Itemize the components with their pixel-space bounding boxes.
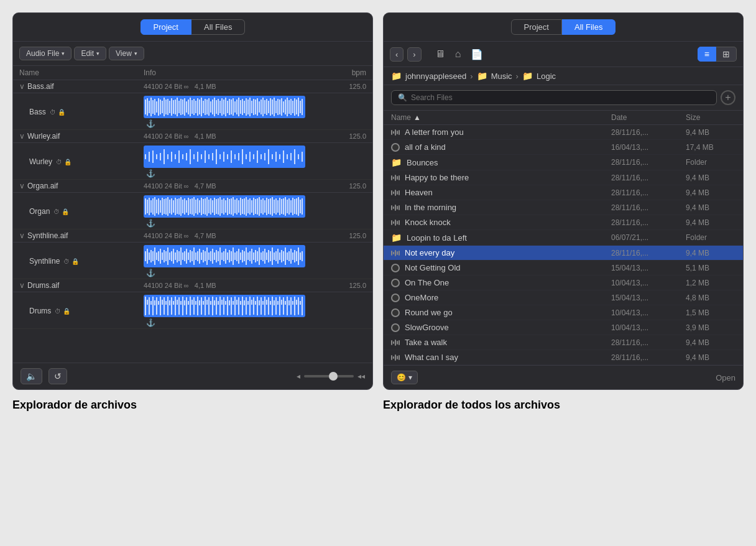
svg-rect-103	[212, 153, 213, 160]
file-name-cell: Heaven	[391, 188, 611, 197]
svg-rect-4	[152, 100, 154, 114]
file-row[interactable]: Knock knock 28/11/16,... 9,4 MB	[384, 215, 743, 230]
svg-rect-37	[214, 98, 215, 116]
audio-group-header-drums[interactable]: ∨ Drums.aif 44100 24 Bit ∞ 4,1 MB 125.0	[13, 279, 372, 292]
svg-rect-313	[173, 301, 174, 305]
svg-rect-158	[201, 198, 202, 215]
svg-rect-258	[229, 250, 230, 262]
grid-view-btn[interactable]: ⊞	[716, 47, 737, 62]
svg-rect-261	[234, 252, 236, 260]
svg-rect-27	[195, 101, 196, 113]
audio-item-synthline[interactable]: Synthline ⏱ 🔒	[13, 243, 372, 279]
file-row[interactable]: Take a walk 28/11/16,... 9,4 MB	[384, 335, 743, 350]
file-name: OneMore	[405, 293, 438, 302]
file-row[interactable]: What can I say 28/11/16,... 9,4 MB	[384, 350, 743, 365]
breadcrumb-user: johnnyappleseed	[405, 72, 466, 81]
file-row[interactable]: In the morning 28/11/16,... 9,4 MB	[384, 200, 743, 215]
svg-rect-335	[214, 300, 215, 305]
svg-rect-376	[290, 297, 292, 315]
emoji-button[interactable]: 😊 ▾	[391, 371, 418, 384]
list-view-btn[interactable]: ≡	[698, 47, 716, 62]
add-button[interactable]: +	[721, 90, 735, 105]
file-row[interactable]: 📁 Loopin to da Left 06/07/21,... Folder	[384, 230, 743, 246]
svg-rect-179	[240, 198, 241, 215]
svg-rect-279	[268, 250, 269, 262]
svg-rect-0	[145, 99, 146, 114]
open-button[interactable]: Open	[716, 373, 735, 382]
svg-rect-28	[197, 98, 198, 116]
edit-menu[interactable]: Edit ▾	[74, 47, 106, 60]
svg-rect-109	[234, 154, 236, 159]
right-allfiles-tab[interactable]: All Files	[562, 19, 616, 35]
volume-slider[interactable]	[304, 375, 354, 377]
svg-rect-168	[219, 197, 221, 216]
file-row[interactable]: Not Getting Old 15/04/13,... 5,1 MB	[384, 261, 743, 275]
audio-file-menu[interactable]: Audio File ▾	[19, 47, 71, 60]
wave-icon	[391, 204, 400, 211]
file-row[interactable]: On The One 10/04/13,... 1,2 MB	[384, 275, 743, 290]
monitor-icon-btn[interactable]: 🖥	[431, 47, 449, 62]
forward-button[interactable]: ›	[407, 47, 421, 62]
doc-icon-btn[interactable]: 📄	[467, 47, 487, 62]
file-row[interactable]: Heaven 28/11/16,... 9,4 MB	[384, 185, 743, 200]
wave-icon	[391, 174, 400, 182]
left-project-tab[interactable]: Project	[141, 19, 191, 35]
svg-rect-196	[272, 197, 273, 216]
file-row[interactable]: Happy to be there 28/11/16,... 9,4 MB	[384, 170, 743, 185]
file-row[interactable]: A letter from you 28/11/16,... 9,4 MB	[384, 125, 743, 140]
file-size: 1,2 MB	[686, 279, 735, 287]
svg-rect-148	[182, 200, 183, 213]
svg-rect-8	[160, 99, 161, 114]
audio-group-drums: ∨ Drums.aif 44100 24 Bit ∞ 4,1 MB 125.0 …	[13, 279, 372, 329]
view-menu[interactable]: View ▾	[109, 47, 144, 60]
svg-rect-343	[229, 300, 230, 305]
audio-group-header-organ[interactable]: ∨ Organ.aif 44100 24 Bit ∞ 4,7 MB 125.0	[13, 180, 372, 193]
file-row[interactable]: SlowGroove 10/04/13,... 3,9 MB	[384, 320, 743, 335]
file-row[interactable]: Not every day 28/11/16,... 9,4 MB	[384, 246, 743, 261]
svg-rect-290	[288, 251, 290, 261]
clock-icon-synthline: ⏱	[63, 258, 70, 265]
vinyl-icon	[391, 143, 400, 152]
left-allfiles-tab[interactable]: All Files	[191, 19, 246, 35]
svg-rect-20	[182, 99, 183, 114]
svg-rect-326	[197, 297, 198, 315]
sort-arrow-icon: ▲	[413, 113, 421, 122]
svg-rect-314	[175, 297, 176, 315]
home-icon-btn[interactable]: ⌂	[451, 47, 465, 62]
wave-icon	[391, 249, 400, 257]
svg-rect-368	[275, 297, 277, 315]
svg-rect-224	[165, 251, 167, 261]
search-input-wrap[interactable]: 🔍	[391, 90, 717, 105]
loop-button[interactable]: ↺	[48, 368, 67, 384]
file-name: In the morning	[405, 203, 456, 212]
audio-item-drums[interactable]: Drums ⏱ 🔒	[13, 292, 372, 329]
file-row[interactable]: 📁 Bounces 28/11/16,... Folder	[384, 155, 743, 170]
audio-group-header-synthline[interactable]: ∨ Synthline.aif 44100 24 Bit ∞ 4,7 MB 12…	[13, 229, 372, 243]
svg-rect-374	[287, 297, 288, 315]
svg-rect-113	[249, 152, 251, 162]
svg-rect-98	[193, 154, 195, 159]
svg-rect-172	[227, 198, 228, 215]
file-row[interactable]: Round we go 10/04/13,... 1,5 MB	[384, 305, 743, 320]
left-toolbar: Audio File ▾ Edit ▾ View ▾	[13, 42, 372, 66]
audio-group-header-wurley[interactable]: ∨ Wurley.aif 44100 24 Bit ∞ 4,1 MB 125.0	[13, 130, 372, 143]
svg-rect-308	[164, 297, 165, 315]
svg-rect-232	[180, 248, 182, 265]
speaker-button[interactable]: 🔈	[21, 368, 42, 384]
clock-icon-organ: ⏱	[53, 208, 60, 215]
file-row[interactable]: all of a kind 16/04/13,... 17,4 MB	[384, 140, 743, 155]
search-input[interactable]	[411, 93, 710, 102]
svg-rect-59	[255, 99, 256, 114]
audio-item-wurley[interactable]: Wurley ⏱ 🔒	[13, 143, 372, 180]
left-panel: Project All Files Audio File ▾ Edit ▾ Vi…	[12, 12, 373, 390]
audio-group-header-bass[interactable]: ∨ Bass.aif 44100 24 Bit ∞ 4,1 MB 125.0	[13, 80, 372, 93]
svg-rect-312	[171, 297, 172, 315]
svg-rect-192	[264, 200, 265, 213]
svg-rect-128	[145, 198, 146, 215]
svg-rect-115	[257, 150, 258, 163]
back-button[interactable]: ‹	[390, 47, 403, 62]
audio-item-organ[interactable]: Organ ⏱ 🔒	[13, 193, 372, 229]
file-row[interactable]: OneMore 15/04/13,... 4,8 MB	[384, 290, 743, 305]
right-project-tab[interactable]: Project	[511, 19, 562, 35]
audio-item-bass[interactable]: Bass ⏱ 🔒	[13, 93, 372, 130]
